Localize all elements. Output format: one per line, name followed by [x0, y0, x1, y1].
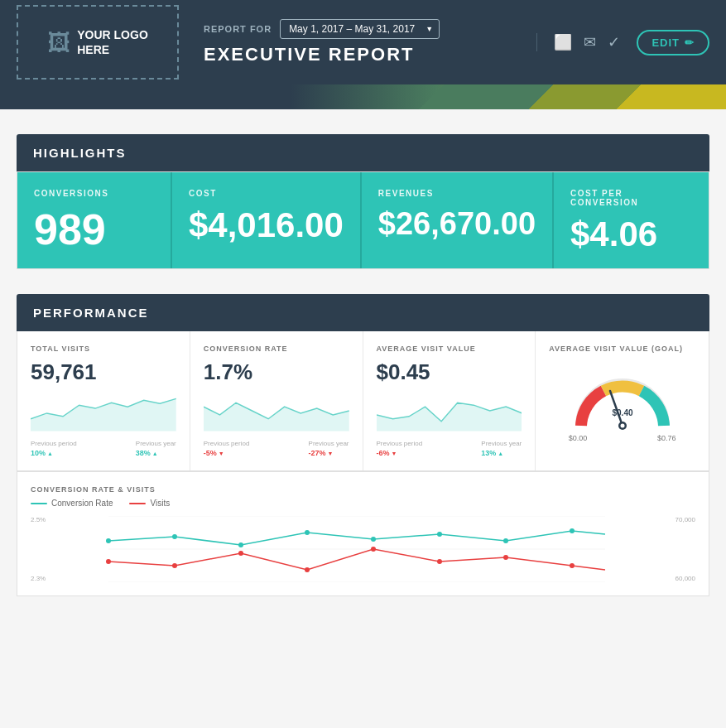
visits-prev-year-value: 38% — [136, 449, 176, 457]
logo-icon: 🖼 — [47, 29, 70, 56]
highlights-header: HIGHLIGHTS — [17, 134, 709, 171]
check-icon[interactable]: ✓ — [608, 33, 620, 51]
perf-card-visits: TOTAL VISITS 59,761 Previous period 10% — [17, 331, 190, 470]
visits-value: 59,761 — [31, 359, 176, 385]
date-dropdown-wrapper[interactable]: May 1, 2017 – May 31, 2017 — [280, 19, 440, 39]
svg-point-24 — [503, 555, 508, 560]
avg-visit-prev-period: Previous period -6% — [377, 440, 423, 457]
svg-point-11 — [172, 534, 177, 539]
y-axis-left: 2.5% 2.3% — [31, 516, 46, 582]
cpc-label: COST PER CONVERSION — [570, 189, 692, 207]
cost-label: COST — [189, 189, 344, 198]
visits-sparkline — [31, 390, 176, 431]
svg-marker-2 — [377, 403, 522, 431]
chart-legend: Conversion Rate Visits — [31, 499, 695, 508]
gauge-labels: $0.00 $0.76 — [569, 434, 676, 442]
gauge-max: $0.76 — [657, 434, 676, 442]
svg-point-12 — [238, 542, 243, 547]
legend-label-conversion: Conversion Rate — [51, 499, 113, 508]
chart-section: CONVERSION RATE & VISITS Conversion Rate… — [17, 471, 709, 596]
edit-button[interactable]: EDIT ✏ — [637, 30, 709, 55]
visits-label: TOTAL VISITS — [31, 345, 176, 353]
visits-prev-year: Previous year 38% — [136, 440, 176, 457]
report-for-label: REPORT FOR — [204, 24, 272, 34]
svg-point-18 — [106, 559, 111, 564]
highlight-card-cpc: COST PER CONVERSION $4.06 — [554, 172, 709, 268]
cost-value: $4,016.00 — [189, 208, 344, 243]
legend-item-visits: Visits — [129, 499, 170, 508]
highlight-card-cost: COST $4,016.00 — [172, 172, 362, 268]
conversion-prev-period-value: -5% — [204, 449, 250, 457]
avg-visit-label: AVERAGE VISIT VALUE — [377, 345, 522, 353]
legend-dot-green — [31, 503, 47, 504]
report-for-row: REPORT FOR May 1, 2017 – May 31, 2017 — [204, 19, 536, 39]
conversion-prev-period: Previous period -5% — [204, 440, 250, 457]
revenues-value: $26,670.00 — [378, 208, 536, 239]
perf-card-conversion: CONVERSION RATE 1.7% Previous period -5% — [190, 331, 363, 470]
gauge-min: $0.00 — [569, 434, 588, 442]
svg-point-10 — [106, 538, 111, 543]
cpc-value: $4.06 — [570, 217, 692, 252]
avg-visit-value: $0.45 — [377, 359, 522, 385]
report-title: EXECUTIVE REPORT — [204, 44, 536, 65]
svg-point-17 — [570, 528, 575, 533]
avg-visit-prev-period-value: -6% — [377, 449, 423, 457]
highlight-card-conversions: CONVERSIONS 989 — [17, 172, 172, 268]
svg-point-16 — [503, 538, 508, 543]
avg-visit-footer: Previous period -6% Previous year 13% — [377, 440, 522, 457]
performance-grid: TOTAL VISITS 59,761 Previous period 10% — [17, 331, 709, 471]
chart-area: 2.5% 2.3% — [31, 516, 695, 582]
avg-visit-sparkline — [377, 390, 522, 431]
gauge-container: $0.40 $0.00 $0.76 — [549, 359, 695, 451]
visits-prev-period: Previous period 10% — [31, 440, 77, 457]
conversions-value: 989 — [34, 208, 154, 251]
main-content: HIGHLIGHTS CONVERSIONS 989 COST $4,016.0… — [0, 109, 726, 646]
email-icon[interactable]: ✉ — [584, 33, 596, 51]
conversion-prev-year-value: -27% — [309, 449, 349, 457]
svg-marker-1 — [204, 403, 349, 431]
svg-point-15 — [437, 532, 442, 537]
svg-point-14 — [371, 537, 376, 542]
perf-card-avg-visit: AVERAGE VISIT VALUE $0.45 Previous perio… — [363, 331, 536, 470]
visits-footer: Previous period 10% Previous year 38% — [31, 440, 176, 457]
chart-lines — [60, 516, 654, 582]
highlights-grid: CONVERSIONS 989 COST $4,016.00 REVENUES … — [17, 171, 709, 269]
header: 🖼 YOUR LOGO HERE REPORT FOR May 1, 2017 … — [0, 0, 726, 84]
avg-visit-prev-year-value: 13% — [481, 449, 522, 457]
perf-card-gauge: AVERAGE VISIT VALUE (GOAL) — [536, 331, 709, 470]
logo-box: 🖼 YOUR LOGO HERE — [17, 5, 179, 80]
svg-point-20 — [238, 551, 243, 556]
legend-label-visits: Visits — [150, 499, 170, 508]
gauge-label: AVERAGE VISIT VALUE (GOAL) — [549, 345, 695, 353]
y-axis-right: 70,000 60,000 — [676, 516, 695, 582]
svg-point-22 — [371, 547, 376, 552]
decorative-banner — [0, 84, 726, 109]
conversion-prev-year: Previous year -27% — [309, 440, 349, 457]
legend-item-conversion: Conversion Rate — [31, 499, 113, 508]
svg-point-5 — [620, 424, 624, 428]
edit-pencil-icon: ✏ — [685, 36, 695, 49]
svg-marker-0 — [31, 398, 176, 431]
conversion-sparkline — [204, 390, 349, 431]
conversion-value: 1.7% — [204, 359, 349, 385]
revenues-label: REVENUES — [378, 189, 536, 198]
visits-prev-period-value: 10% — [31, 449, 77, 457]
conversions-label: CONVERSIONS — [34, 189, 154, 198]
avg-visit-prev-year: Previous year 13% — [481, 440, 522, 457]
performance-header: PERFORMANCE — [17, 294, 709, 331]
highlights-section: HIGHLIGHTS CONVERSIONS 989 COST $4,016.0… — [17, 134, 709, 269]
svg-point-13 — [305, 530, 310, 535]
conversion-footer: Previous period -5% Previous year -27% — [204, 440, 349, 457]
date-range-select[interactable]: May 1, 2017 – May 31, 2017 — [280, 19, 440, 39]
performance-section: PERFORMANCE TOTAL VISITS 59,761 Previous… — [17, 294, 709, 596]
svg-point-25 — [570, 563, 575, 568]
highlight-card-revenues: REVENUES $26,670.00 — [362, 172, 554, 268]
pdf-icon[interactable]: ⬜ — [554, 33, 572, 51]
svg-point-21 — [305, 567, 310, 572]
gauge-svg: $0.40 — [569, 368, 676, 434]
svg-point-19 — [172, 563, 177, 568]
header-center: REPORT FOR May 1, 2017 – May 31, 2017 EX… — [195, 19, 536, 65]
header-actions: ⬜ ✉ ✓ — [536, 33, 620, 51]
svg-point-23 — [437, 559, 442, 564]
svg-text:$0.40: $0.40 — [612, 408, 632, 417]
